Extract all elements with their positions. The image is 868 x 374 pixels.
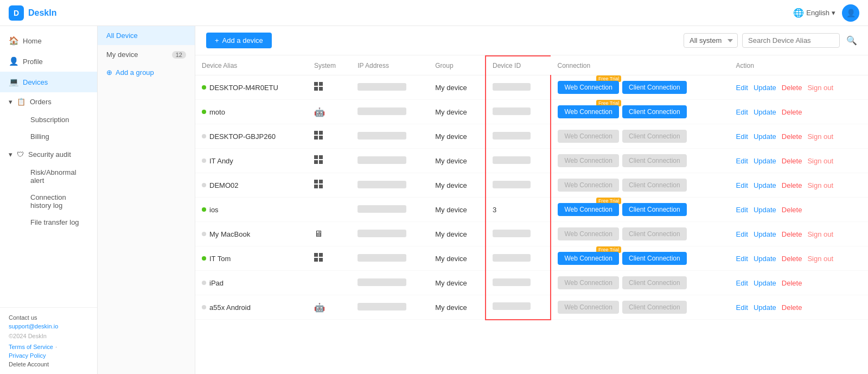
edit-action[interactable]: Edit [736,157,748,165]
ip-blurred [358,205,406,213]
cell-group: My device [429,295,486,320]
update-action[interactable]: Update [754,206,776,214]
sidebar-item-devices[interactable]: 💻 Devices [0,72,97,92]
sidebar-section-orders[interactable]: ▾ 📋 Orders [0,92,97,111]
edit-action[interactable]: Edit [736,255,748,263]
sidebar-item-subscription[interactable]: Subscription [22,111,97,128]
search-button[interactable]: 🔍 [846,35,857,46]
sidebar-section-security[interactable]: ▾ 🛡 Security audit [0,145,97,164]
svg-rect-0 [314,82,318,86]
edit-action[interactable]: Edit [736,84,748,92]
client-connection-button[interactable]: Client Connection [622,203,687,216]
delete-action[interactable]: Delete [782,181,802,189]
client-connection-button[interactable]: Client Connection [622,105,687,118]
cell-system [308,173,351,198]
topbar: D DeskIn 🌐 English ▾ 👤 [0,0,868,26]
web-connection-button[interactable]: Web Connection [558,203,619,216]
delete-action[interactable]: Delete [782,303,802,312]
cell-connection: Web Connection Client Connection [551,271,729,295]
alias-text: IT Tom [209,255,231,263]
alias-text: iPad [209,279,224,287]
subnav-my-device[interactable]: My device 12 [98,45,195,64]
signout-action[interactable]: Sign out [807,181,833,189]
delete-action[interactable]: Delete [782,206,802,214]
edit-action[interactable]: Edit [736,206,748,214]
web-connection-button[interactable]: Web Connection [558,81,619,94]
signout-action[interactable]: Sign out [807,84,833,92]
update-action[interactable]: Update [754,108,776,116]
edit-action[interactable]: Edit [736,132,748,141]
update-action[interactable]: Update [754,279,776,287]
update-action[interactable]: Update [754,255,776,263]
edit-action[interactable]: Edit [736,230,748,238]
android-icon: 🤖 [314,303,325,312]
copyright: ©2024 DeskIn [9,333,47,339]
sidebar-item-profile[interactable]: 👤 Profile [0,51,97,72]
edit-action[interactable]: Edit [736,108,748,116]
search-input[interactable] [742,33,840,48]
add-device-label: Add a device [222,36,263,45]
privacy-link[interactable]: Privacy Policy [9,352,46,359]
delete-action[interactable]: Delete [782,132,802,141]
language-selector[interactable]: 🌐 English ▾ [793,8,835,18]
ip-blurred [358,303,406,310]
col-connection: Connection [551,56,729,75]
delete-action[interactable]: Delete [782,230,802,238]
ip-blurred [358,83,406,91]
ip-blurred [358,132,406,140]
web-connection-button[interactable]: Web Connection [558,105,619,118]
support-email[interactable]: support@deskin.io [9,323,58,329]
cell-device-id [486,271,551,295]
sidebar-item-home[interactable]: 🏠 Home [0,30,97,51]
cell-connection: Web Connection Client Connection [551,173,729,198]
delete-action[interactable]: Delete [782,108,802,116]
chevron-down-icon: ▾ [832,9,835,17]
sidebar-item-risk-alert[interactable]: Risk/Abnormal alert [22,164,97,189]
device-id-blurred [493,278,531,286]
update-action[interactable]: Update [754,84,776,92]
table-row: IT Andy My device Web Connection Client … [195,149,868,173]
delete-action[interactable]: Delete [782,255,802,263]
svg-rect-14 [314,185,318,188]
device-alias-cell: My MacBook [202,230,301,238]
add-device-button[interactable]: + Add a device [206,33,272,48]
action-cell: EditUpdateDelete [736,108,861,116]
delete-action[interactable]: Delete [782,279,802,287]
subnav-add-group[interactable]: ⊕ Add a group [98,64,195,81]
update-action[interactable]: Update [754,132,776,141]
web-connection-button[interactable]: Web Connection [558,252,619,265]
client-connection-button[interactable]: Client Connection [622,81,687,94]
edit-action[interactable]: Edit [736,181,748,189]
col-device-id: Device ID [486,56,551,75]
cell-device-id [486,295,551,320]
alias-text: DESKTOP-GBJP260 [209,132,276,141]
terms-link[interactable]: Terms of Service [9,344,53,350]
sidebar-item-profile-label: Profile [23,58,43,66]
update-action[interactable]: Update [754,181,776,189]
update-action[interactable]: Update [754,230,776,238]
edit-action[interactable]: Edit [736,279,748,287]
edit-action[interactable]: Edit [736,303,748,312]
sidebar-item-connection-log[interactable]: Connection history log [22,189,97,214]
delete-action[interactable]: Delete [782,84,802,92]
cell-ip-address [351,173,429,198]
delete-account[interactable]: Delete Account [9,361,88,367]
cell-system: 🖥 [308,222,351,246]
signout-action[interactable]: Sign out [807,255,833,263]
signout-action[interactable]: Sign out [807,230,833,238]
update-action[interactable]: Update [754,303,776,312]
user-avatar[interactable]: 👤 [842,4,859,22]
sidebar-item-file-log[interactable]: File transfer log [22,214,97,231]
sidebar-item-billing[interactable]: Billing [22,128,97,145]
subnav-all-device[interactable]: All Device [98,26,195,45]
cell-system [308,75,351,100]
signout-action[interactable]: Sign out [807,132,833,141]
delete-action[interactable]: Delete [782,157,802,165]
signout-action[interactable]: Sign out [807,157,833,165]
add-group-label: Add a group [116,68,154,77]
client-connection-button[interactable]: Client Connection [622,252,687,265]
svg-rect-4 [314,131,318,135]
system-select[interactable]: All system Windows Android iOS [684,33,738,48]
cell-connection: Free Trial Web Connection Client Connect… [551,100,729,124]
update-action[interactable]: Update [754,157,776,165]
